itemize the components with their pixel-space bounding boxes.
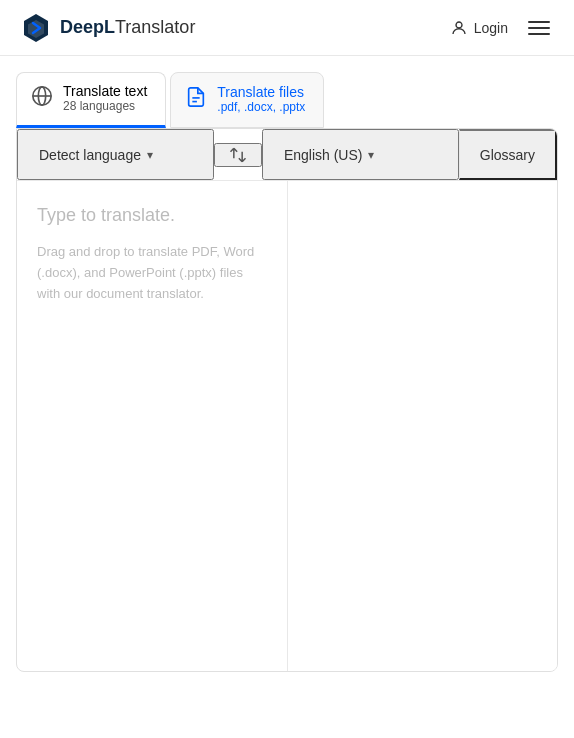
tab-files-subtitle: .pdf, .docx, .pptx [217, 100, 305, 114]
logo-wordmark: DeepLTranslator [60, 17, 195, 38]
login-label: Login [474, 20, 508, 36]
language-bar: Detect language ▾ English (US) ▾ Glossar… [17, 129, 557, 181]
header-actions: Login [450, 17, 554, 39]
glossary-label: Glossary [480, 147, 535, 163]
source-chevron-icon: ▾ [147, 148, 153, 162]
tab-translate-text[interactable]: Translate text 28 languages [16, 72, 166, 128]
tab-files-content: Translate files .pdf, .docx, .pptx [217, 84, 305, 114]
source-placeholder-desc: Drag and drop to translate PDF, Word (.d… [37, 242, 267, 304]
translation-panels: Type to translate. Drag and drop to tran… [17, 181, 557, 671]
hamburger-line-3 [528, 33, 550, 35]
swap-icon [228, 145, 248, 165]
file-icon [185, 86, 207, 113]
app-header: DeepLTranslator Login [0, 0, 574, 56]
globe-icon [31, 85, 53, 112]
target-language-label: English (US) [284, 147, 363, 163]
glossary-button[interactable]: Glossary [459, 129, 557, 180]
logo: DeepLTranslator [20, 12, 195, 44]
target-panel [288, 181, 558, 671]
swap-languages-button[interactable] [214, 143, 262, 167]
translation-main: Detect language ▾ English (US) ▾ Glossar… [16, 128, 558, 672]
source-placeholder-title: Type to translate. [37, 205, 267, 226]
tab-text-content: Translate text 28 languages [63, 83, 147, 113]
target-language-selector[interactable]: English (US) ▾ [262, 129, 459, 180]
tab-text-subtitle: 28 languages [63, 99, 147, 113]
source-language-label: Detect language [39, 147, 141, 163]
target-chevron-icon: ▾ [368, 148, 374, 162]
deepl-logo-icon [20, 12, 52, 44]
user-icon [450, 19, 468, 37]
tab-text-title: Translate text [63, 83, 147, 99]
tab-bar: Translate text 28 languages Translate fi… [0, 56, 574, 128]
menu-button[interactable] [524, 17, 554, 39]
source-language-selector[interactable]: Detect language ▾ [17, 129, 214, 180]
tab-translate-files[interactable]: Translate files .pdf, .docx, .pptx [170, 72, 324, 128]
hamburger-line-2 [528, 27, 550, 29]
login-button[interactable]: Login [450, 19, 508, 37]
svg-point-2 [456, 22, 462, 28]
tab-files-title: Translate files [217, 84, 305, 100]
source-panel[interactable]: Type to translate. Drag and drop to tran… [17, 181, 288, 671]
hamburger-line-1 [528, 21, 550, 23]
